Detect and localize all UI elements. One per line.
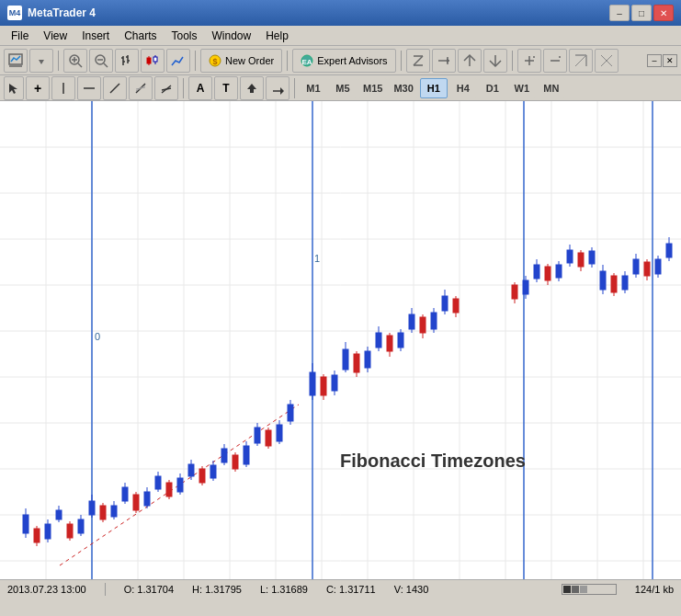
chart-canvas[interactable] bbox=[0, 101, 681, 579]
svg-rect-19 bbox=[153, 57, 157, 62]
toolbar-separator-5 bbox=[512, 51, 513, 71]
more-tools-button[interactable] bbox=[266, 76, 289, 100]
bar-chart-button[interactable] bbox=[115, 49, 139, 73]
tf-h1[interactable]: H1 bbox=[420, 78, 448, 98]
svg-text:$: $ bbox=[212, 57, 217, 66]
text-tool[interactable]: A bbox=[188, 76, 212, 100]
svg-marker-44 bbox=[9, 84, 17, 94]
chart-scale-button[interactable] bbox=[569, 49, 593, 73]
toolbar2-separator-2 bbox=[294, 78, 295, 98]
svg-line-8 bbox=[104, 63, 108, 67]
menu-tools[interactable]: Tools bbox=[165, 28, 205, 44]
tf-m30[interactable]: M30 bbox=[389, 78, 417, 98]
menu-help[interactable]: Help bbox=[258, 28, 296, 44]
vertical-line-tool[interactable] bbox=[51, 76, 75, 100]
svg-line-4 bbox=[78, 63, 82, 67]
tf-m5[interactable]: M5 bbox=[329, 78, 357, 98]
svg-rect-16 bbox=[147, 58, 151, 63]
svg-marker-55 bbox=[280, 87, 284, 95]
line-studies-tool[interactable] bbox=[129, 76, 153, 100]
toolbar-separator-2 bbox=[195, 51, 196, 71]
maximize-button[interactable]: □ bbox=[631, 5, 652, 21]
new-chart-button[interactable] bbox=[4, 49, 28, 73]
chart-open: O: 1.31704 bbox=[124, 584, 174, 595]
tf-mn[interactable]: MN bbox=[538, 78, 565, 98]
tf-m15[interactable]: M15 bbox=[358, 78, 387, 98]
status-bar: 2013.07.23 13:00 O: 1.31704 H: 1.31795 L… bbox=[0, 579, 681, 598]
chart-close: C: 1.31711 bbox=[326, 584, 376, 595]
toolbar-main: $ New Order EA Expert Advisors – ✕ bbox=[0, 46, 681, 75]
window-controls: – □ ✕ bbox=[609, 5, 674, 21]
zoom-in2-button[interactable] bbox=[458, 49, 482, 73]
autoscroll-button[interactable] bbox=[432, 49, 456, 73]
inner-window-controls: – ✕ bbox=[647, 54, 677, 67]
menu-charts[interactable]: Charts bbox=[117, 28, 164, 44]
svg-marker-53 bbox=[247, 84, 256, 93]
inner-close-button[interactable]: ✕ bbox=[663, 54, 677, 67]
new-order-label: New Order bbox=[225, 55, 274, 66]
line-chart-button[interactable] bbox=[166, 49, 190, 73]
toolbar-drawing: + A T M1 M5 M15 M30 H1 H4 D1 W1 MN bbox=[0, 75, 681, 101]
inner-minimize-button[interactable]: – bbox=[647, 54, 662, 67]
menu-insert[interactable]: Insert bbox=[74, 28, 117, 44]
chart-options-button[interactable] bbox=[29, 49, 53, 73]
expert-advisors-button[interactable]: EA Expert Advisors bbox=[292, 49, 395, 73]
properties-button[interactable] bbox=[595, 49, 619, 73]
zoom-in3-button[interactable] bbox=[517, 49, 541, 73]
chart-low: L: 1.31689 bbox=[260, 584, 308, 595]
period-sep-button[interactable] bbox=[406, 49, 430, 73]
tf-w1[interactable]: W1 bbox=[508, 78, 536, 98]
channel-tool[interactable] bbox=[154, 76, 178, 100]
arrow-tool[interactable] bbox=[240, 76, 264, 100]
menu-bar: File View Insert Charts Tools Window Hel… bbox=[0, 26, 681, 46]
candle-chart-button[interactable] bbox=[141, 49, 165, 73]
tf-h4[interactable]: H4 bbox=[449, 78, 477, 98]
minimize-button[interactable]: – bbox=[609, 5, 630, 21]
zoom-out2-button[interactable] bbox=[483, 49, 507, 73]
svg-marker-2 bbox=[39, 60, 44, 64]
horizontal-line-tool[interactable] bbox=[77, 76, 101, 100]
toolbar-separator bbox=[58, 51, 59, 71]
chart-area[interactable]: Fibonacci Timezones bbox=[0, 101, 681, 579]
close-button[interactable]: ✕ bbox=[653, 5, 674, 21]
svg-line-39 bbox=[575, 55, 586, 66]
trend-line-tool[interactable] bbox=[103, 76, 127, 100]
chart-volume: V: 1430 bbox=[394, 584, 429, 595]
chart-datetime: 2013.07.23 13:00 bbox=[7, 584, 86, 595]
toolbar2-separator bbox=[183, 78, 184, 98]
svg-line-47 bbox=[110, 84, 119, 93]
title-bar: M4 MetaTrader 4 – □ ✕ bbox=[0, 0, 681, 26]
toolbar-separator-3 bbox=[287, 51, 288, 71]
expert-advisors-label: Expert Advisors bbox=[317, 55, 387, 66]
zoom-out-button[interactable] bbox=[89, 49, 113, 73]
svg-line-52 bbox=[162, 88, 171, 90]
toolbar-separator-4 bbox=[401, 51, 402, 71]
chart-high: H: 1.31795 bbox=[192, 584, 242, 595]
zoom-out3-button[interactable] bbox=[543, 49, 567, 73]
svg-line-26 bbox=[414, 56, 423, 65]
file-info: 124/1 kb bbox=[635, 584, 674, 595]
new-order-button[interactable]: $ New Order bbox=[200, 49, 282, 73]
tf-m1[interactable]: M1 bbox=[300, 78, 327, 98]
menu-window[interactable]: Window bbox=[205, 28, 259, 44]
zoom-in-button[interactable] bbox=[63, 49, 87, 73]
crosshair-tool[interactable]: + bbox=[26, 76, 50, 100]
menu-file[interactable]: File bbox=[4, 28, 36, 44]
text-label-tool[interactable]: T bbox=[214, 76, 238, 100]
app-title: MetaTrader 4 bbox=[28, 6, 96, 19]
svg-text:EA: EA bbox=[302, 58, 312, 66]
status-sep-1 bbox=[105, 583, 106, 596]
tf-d1[interactable]: D1 bbox=[479, 78, 506, 98]
menu-view[interactable]: View bbox=[36, 28, 74, 44]
cursor-tool[interactable] bbox=[4, 76, 24, 100]
app-icon: M4 bbox=[7, 6, 22, 20]
